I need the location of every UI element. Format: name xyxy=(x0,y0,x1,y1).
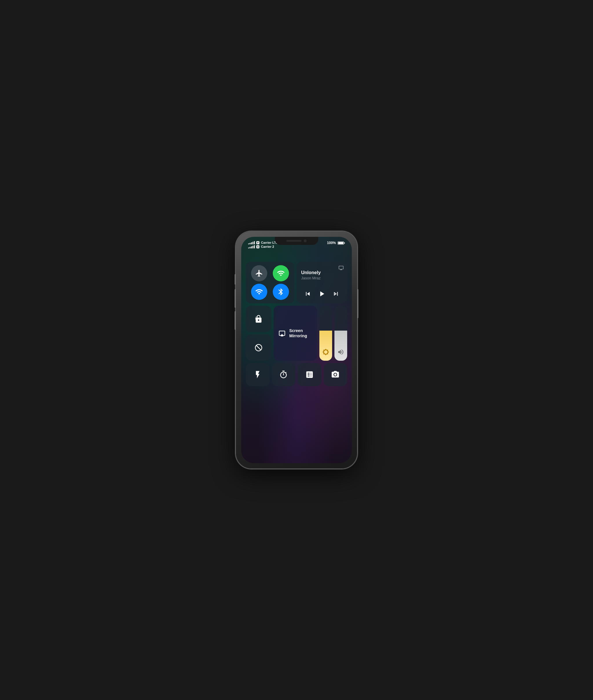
fast-forward-button[interactable] xyxy=(332,290,340,299)
signal-bar-5 xyxy=(254,245,255,248)
do-not-disturb-icon xyxy=(254,343,263,352)
wifi-button[interactable] xyxy=(251,284,267,300)
connectivity-tile[interactable] xyxy=(246,262,294,303)
phone-screen: P Carrier LTE S Carrier 2 xyxy=(241,237,352,463)
carrier2-badge: S xyxy=(256,245,260,248)
mute-button[interactable] xyxy=(235,274,236,285)
carrier1-badge: P xyxy=(256,241,260,244)
signal-bar-2 xyxy=(249,243,250,244)
battery-icon xyxy=(338,241,345,245)
screen-mirroring-label: ScreenMirroring xyxy=(289,328,307,338)
top-row: Unlonely Jason Mraz xyxy=(246,262,347,303)
bluetooth-icon xyxy=(277,288,285,296)
sliders-area xyxy=(319,306,347,361)
main-content: Unlonely Jason Mraz xyxy=(246,262,347,459)
signal-bar-1 xyxy=(248,248,249,248)
carrier-info: P Carrier LTE S Carrier 2 xyxy=(248,241,278,248)
flashlight-icon xyxy=(253,370,262,379)
bottom-row xyxy=(246,363,347,386)
carrier2-row: S Carrier 2 xyxy=(248,245,278,248)
brightness-slider[interactable] xyxy=(319,306,332,361)
battery-info: 100% xyxy=(327,241,345,245)
wifi-icon xyxy=(255,288,263,296)
control-center: P Carrier LTE S Carrier 2 xyxy=(241,237,352,463)
do-not-disturb-button[interactable] xyxy=(246,334,271,361)
play-button[interactable] xyxy=(317,289,326,299)
battery-fill xyxy=(338,242,344,244)
music-tile[interactable]: Unlonely Jason Mraz xyxy=(296,262,347,303)
signal-bar-1 xyxy=(248,243,249,244)
signal-bar-3 xyxy=(251,242,252,244)
volume-slider[interactable] xyxy=(334,306,347,361)
volume-down-button[interactable] xyxy=(235,311,236,330)
signal-bar-4 xyxy=(252,242,253,244)
carrier2-signal xyxy=(248,245,255,248)
bluetooth-button[interactable] xyxy=(273,284,289,300)
timer-button[interactable] xyxy=(272,363,295,386)
battery-body xyxy=(338,241,344,245)
screen-mirroring-button[interactable]: ScreenMirroring xyxy=(274,306,317,361)
battery-tip xyxy=(344,242,345,244)
volume-slider-icon xyxy=(337,348,344,357)
music-artist: Jason Mraz xyxy=(301,276,343,280)
phone-frame: P Carrier LTE S Carrier 2 xyxy=(236,231,357,469)
airplane-icon xyxy=(255,269,263,277)
airplay-button[interactable] xyxy=(339,265,344,272)
cellular-icon xyxy=(277,269,285,277)
airplane-mode-button[interactable] xyxy=(251,265,267,281)
camera-icon xyxy=(331,370,340,379)
carrier1-signal xyxy=(248,241,255,244)
music-controls xyxy=(301,289,343,299)
svg-marker-0 xyxy=(281,334,283,335)
volume-up-button[interactable] xyxy=(235,289,236,308)
carrier2-name: Carrier 2 xyxy=(261,245,274,248)
signal-bar-5 xyxy=(254,241,255,244)
signal-bar-3 xyxy=(251,246,252,248)
carrier1-row: P Carrier LTE xyxy=(248,241,278,244)
screen-mirroring-icon xyxy=(278,329,286,337)
calculator-icon xyxy=(305,370,314,379)
front-camera xyxy=(304,239,307,242)
left-small-tiles xyxy=(246,306,271,361)
music-info: Unlonely Jason Mraz xyxy=(301,270,343,280)
signal-bar-2 xyxy=(249,247,250,248)
timer-icon xyxy=(279,370,288,379)
speaker-grille xyxy=(286,240,302,242)
rewind-button[interactable] xyxy=(304,290,312,299)
calculator-button[interactable] xyxy=(298,363,321,386)
music-title: Unlonely xyxy=(301,270,343,275)
brightness-slider-icon xyxy=(322,348,329,357)
notch xyxy=(275,237,318,245)
flashlight-button[interactable] xyxy=(246,363,270,386)
rotation-lock-icon xyxy=(254,315,263,323)
cellular-button[interactable] xyxy=(273,265,289,281)
airplay-icon xyxy=(339,265,344,271)
signal-bar-4 xyxy=(252,246,253,248)
battery-percentage: 100% xyxy=(327,241,336,245)
camera-button[interactable] xyxy=(324,363,348,386)
rotation-lock-button[interactable] xyxy=(246,306,271,332)
second-row: ScreenMirroring xyxy=(246,306,347,361)
power-button[interactable] xyxy=(357,289,358,318)
